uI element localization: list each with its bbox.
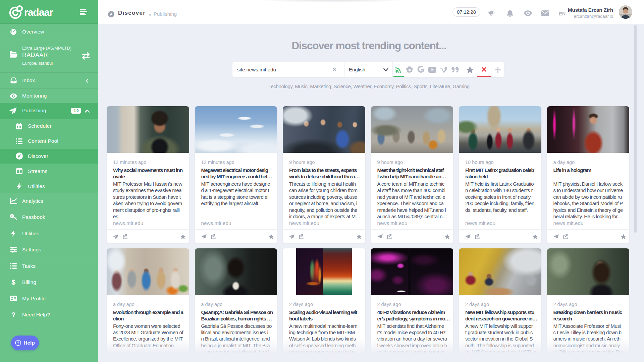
svg-text:?: ? <box>17 341 19 345</box>
svg-text:radaar: radaar <box>24 7 53 18</box>
